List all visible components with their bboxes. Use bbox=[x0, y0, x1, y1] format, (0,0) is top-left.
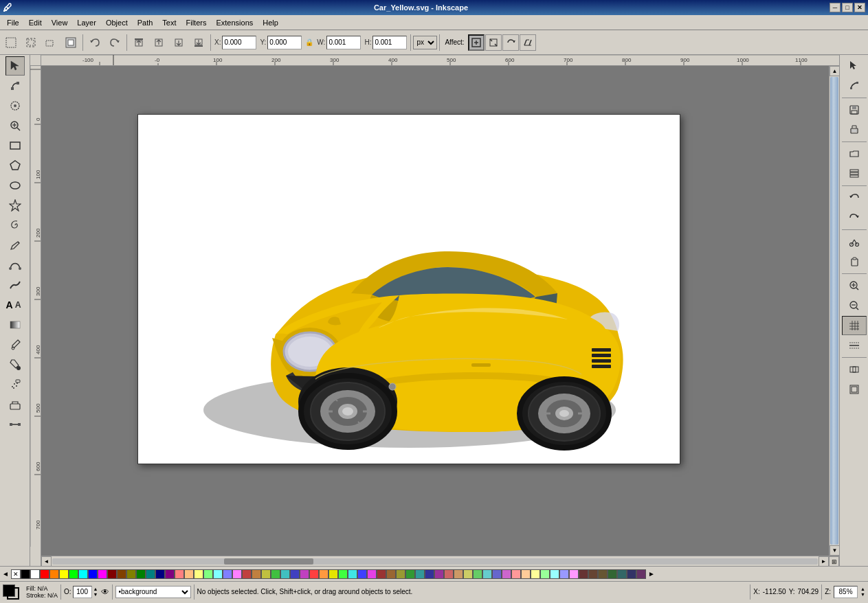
h-scroll-track[interactable] bbox=[52, 558, 818, 565]
tool-polygon[interactable] bbox=[5, 156, 25, 175]
color-swatch[interactable] bbox=[59, 569, 69, 579]
color-swatch[interactable] bbox=[194, 569, 203, 579]
color-swatch[interactable] bbox=[405, 569, 415, 579]
scroll-up-button[interactable]: ▲ bbox=[830, 66, 839, 76]
color-swatch[interactable] bbox=[290, 569, 300, 579]
color-swatch[interactable] bbox=[531, 569, 540, 579]
rp-cut[interactable] bbox=[842, 232, 867, 251]
color-swatch[interactable] bbox=[232, 569, 242, 579]
color-swatch[interactable] bbox=[559, 569, 569, 579]
color-swatch[interactable] bbox=[377, 569, 386, 579]
menu-item-path[interactable]: Path bbox=[133, 17, 157, 28]
undo-button[interactable] bbox=[85, 33, 104, 52]
v-scroll-track[interactable] bbox=[830, 77, 838, 545]
lower-button[interactable] bbox=[169, 33, 188, 52]
menu-item-file[interactable]: File bbox=[3, 17, 23, 28]
close-button[interactable]: ✕ bbox=[854, 3, 865, 12]
tool-gradient[interactable] bbox=[5, 315, 25, 334]
color-swatch[interactable] bbox=[223, 569, 232, 579]
color-swatch[interactable] bbox=[348, 569, 357, 579]
visibility-button[interactable]: 👁 bbox=[101, 587, 109, 597]
rp-layers[interactable] bbox=[842, 164, 867, 183]
color-swatch[interactable] bbox=[329, 569, 338, 579]
color-swatch[interactable] bbox=[175, 569, 184, 579]
tool-rect[interactable] bbox=[5, 136, 25, 155]
color-swatch[interactable] bbox=[49, 569, 59, 579]
color-swatch[interactable] bbox=[88, 569, 98, 579]
color-swatch[interactable] bbox=[550, 569, 559, 579]
color-swatch[interactable] bbox=[271, 569, 280, 579]
rp-print[interactable] bbox=[842, 120, 867, 139]
tool-paint-bucket[interactable] bbox=[5, 355, 25, 374]
affect-scale-button[interactable] bbox=[485, 34, 502, 51]
color-swatch[interactable] bbox=[454, 569, 463, 579]
scroll-down-button[interactable]: ▼ bbox=[830, 545, 839, 556]
rp-select-tool[interactable] bbox=[842, 56, 867, 76]
color-swatch[interactable] bbox=[434, 569, 444, 579]
color-swatch[interactable] bbox=[569, 569, 579, 579]
rp-snap-grid[interactable] bbox=[842, 316, 867, 335]
affect-move-button[interactable] bbox=[468, 34, 485, 51]
color-swatch[interactable] bbox=[502, 569, 511, 579]
menu-item-edit[interactable]: Edit bbox=[25, 17, 46, 28]
minimize-button[interactable]: ─ bbox=[830, 3, 841, 12]
color-swatch[interactable] bbox=[338, 569, 348, 579]
menu-item-filters[interactable]: Filters bbox=[182, 17, 211, 28]
color-swatch[interactable] bbox=[482, 569, 492, 579]
rp-paste[interactable] bbox=[842, 252, 867, 271]
color-swatch[interactable] bbox=[463, 569, 473, 579]
x-input[interactable] bbox=[222, 36, 256, 49]
rp-redo[interactable] bbox=[842, 208, 867, 227]
raise-top-button[interactable] bbox=[129, 33, 148, 52]
color-swatch[interactable] bbox=[588, 569, 598, 579]
scroll-left-button[interactable]: ◄ bbox=[41, 556, 52, 566]
color-swatch[interactable] bbox=[386, 569, 396, 579]
color-swatch[interactable] bbox=[425, 569, 434, 579]
lock-aspect-button[interactable]: 🔒 bbox=[304, 37, 315, 48]
zoom-input[interactable] bbox=[834, 586, 858, 598]
scroll-right-button[interactable]: ► bbox=[819, 556, 829, 566]
v-scroll-thumb[interactable] bbox=[830, 77, 838, 545]
rp-group[interactable] bbox=[842, 360, 867, 379]
tool-eraser[interactable] bbox=[5, 395, 25, 414]
menu-item-layer[interactable]: Layer bbox=[73, 17, 100, 28]
color-swatch[interactable] bbox=[98, 569, 107, 579]
stroke-color-box[interactable] bbox=[7, 587, 19, 600]
color-swatch[interactable] bbox=[30, 569, 40, 579]
color-swatch[interactable] bbox=[511, 569, 521, 579]
color-swatch[interactable] bbox=[136, 569, 146, 579]
colorbar-left-btn[interactable]: ◄ bbox=[0, 570, 11, 578]
color-swatch[interactable] bbox=[309, 569, 319, 579]
color-swatch[interactable] bbox=[107, 569, 117, 579]
horizontal-scrollbar[interactable]: ◄ ► ⊞ bbox=[41, 556, 839, 566]
color-swatch[interactable] bbox=[242, 569, 252, 579]
maximize-button[interactable]: □ bbox=[842, 3, 853, 12]
opacity-input[interactable] bbox=[73, 586, 92, 598]
tool-zoom[interactable] bbox=[5, 116, 25, 135]
color-swatch[interactable] bbox=[608, 569, 617, 579]
menu-item-view[interactable]: View bbox=[47, 17, 72, 28]
tool-select[interactable] bbox=[5, 56, 25, 76]
colorbar-right-btn[interactable]: ► bbox=[646, 570, 657, 578]
color-swatch[interactable] bbox=[367, 569, 377, 579]
tool-calligraphy[interactable] bbox=[5, 275, 25, 295]
color-swatch[interactable] bbox=[636, 569, 646, 579]
tool-pencil[interactable] bbox=[5, 236, 25, 255]
menu-item-object[interactable]: Object bbox=[102, 17, 132, 28]
color-swatch[interactable] bbox=[146, 569, 155, 579]
color-swatch[interactable] bbox=[126, 569, 136, 579]
h-scroll-thumb[interactable] bbox=[224, 558, 313, 565]
color-swatch[interactable] bbox=[184, 569, 194, 579]
menu-item-text[interactable]: Text bbox=[158, 17, 180, 28]
menu-item-help[interactable]: Help bbox=[258, 17, 282, 28]
layer-select[interactable]: •background bbox=[115, 586, 191, 598]
color-swatch[interactable] bbox=[21, 569, 30, 579]
rp-zoom-out[interactable] bbox=[842, 296, 867, 315]
color-swatch[interactable] bbox=[213, 569, 223, 579]
rp-undo[interactable] bbox=[842, 188, 867, 207]
color-swatch[interactable] bbox=[415, 569, 425, 579]
tool-text[interactable]: A A bbox=[5, 295, 25, 315]
unit-select[interactable]: pxmmcminpt bbox=[413, 36, 437, 49]
color-swatch[interactable] bbox=[261, 569, 271, 579]
vertical-scrollbar[interactable]: ▲ ▼ bbox=[829, 66, 839, 556]
